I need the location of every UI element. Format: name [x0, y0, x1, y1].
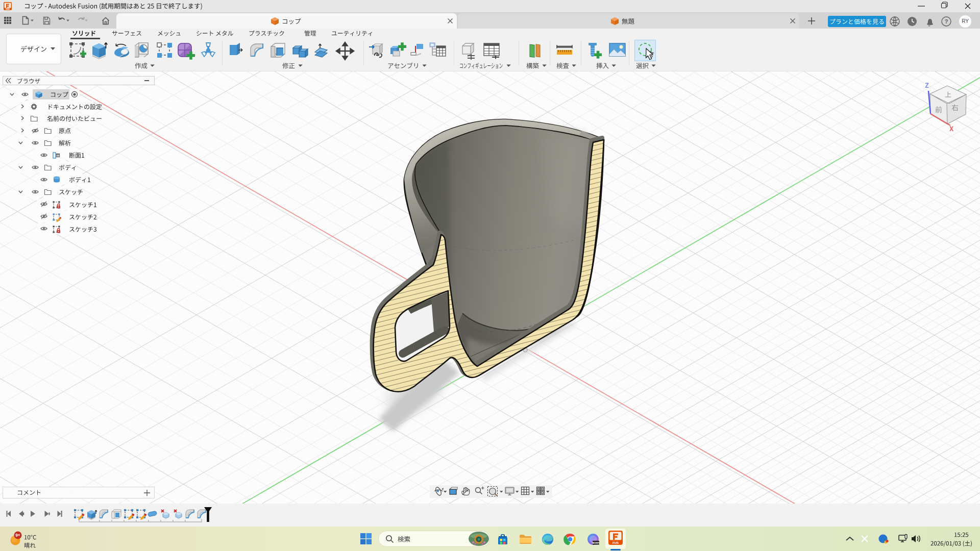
svg-text:FUS: FUS [612, 541, 619, 544]
svg-text:9+: 9+ [15, 533, 20, 538]
svg-text:M365: M365 [593, 541, 600, 544]
svg-text:?: ? [945, 18, 948, 24]
